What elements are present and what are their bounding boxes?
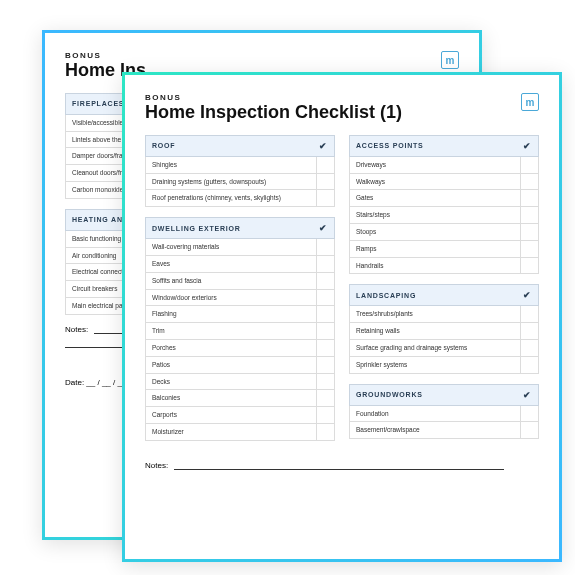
- table-row: Stairs/steps: [349, 207, 539, 224]
- checkbox[interactable]: [520, 357, 538, 373]
- checkbox[interactable]: [316, 424, 334, 440]
- table-row: Ramps: [349, 241, 539, 258]
- notes-label: Notes:: [145, 461, 168, 470]
- checkmark-icon: ✔: [523, 290, 532, 300]
- section-header: DWELLING EXTERIOR ✔: [145, 217, 335, 239]
- table-row: Decks: [145, 374, 335, 391]
- table-row: Walkways: [349, 174, 539, 191]
- section-title: GROUNDWORKS: [356, 391, 423, 398]
- checkbox[interactable]: [316, 157, 334, 173]
- table-row: Foundation: [349, 406, 539, 423]
- section-title: ACCESS POINTS: [356, 142, 424, 149]
- table-row: Soffits and fascia: [145, 273, 335, 290]
- checkmark-icon: ✔: [523, 141, 532, 151]
- table-row: Porches: [145, 340, 335, 357]
- table-row: Moisturizer: [145, 424, 335, 441]
- checkbox[interactable]: [520, 207, 538, 223]
- checkbox[interactable]: [520, 340, 538, 356]
- section-header: GROUNDWORKS ✔: [349, 384, 539, 406]
- checkbox[interactable]: [520, 406, 538, 422]
- checkmark-icon: ✔: [523, 390, 532, 400]
- document-page-front: BONUS Home Inspection Checklist (1) m RO…: [122, 72, 562, 562]
- column-left: ROOF ✔ Shingles Draining systems (gutter…: [145, 135, 335, 451]
- notes-label: Notes:: [65, 325, 88, 334]
- table-row: Patios: [145, 357, 335, 374]
- checkbox[interactable]: [520, 174, 538, 190]
- table-row: Trim: [145, 323, 335, 340]
- table-row: Carports: [145, 407, 335, 424]
- table-row: Sprinkler systems: [349, 357, 539, 374]
- checkbox[interactable]: [520, 190, 538, 206]
- checkbox[interactable]: [316, 239, 334, 255]
- section-dwelling-exterior: DWELLING EXTERIOR ✔ Wall-covering materi…: [145, 217, 335, 441]
- notes-line[interactable]: [174, 462, 504, 470]
- section-title: LANDSCAPING: [356, 292, 416, 299]
- checkmark-icon: ✔: [319, 223, 328, 233]
- section-header: ACCESS POINTS ✔: [349, 135, 539, 157]
- columns: ROOF ✔ Shingles Draining systems (gutter…: [145, 135, 539, 451]
- table-row: Gates: [349, 190, 539, 207]
- table-row: Driveways: [349, 157, 539, 174]
- table-row: Basement/crawlspace: [349, 422, 539, 439]
- checkbox[interactable]: [316, 407, 334, 423]
- checkbox[interactable]: [316, 290, 334, 306]
- checkbox[interactable]: [520, 258, 538, 274]
- checkbox[interactable]: [520, 422, 538, 438]
- logo-icon: m: [441, 51, 459, 69]
- table-row: Surface grading and drainage systems: [349, 340, 539, 357]
- section-title: DWELLING EXTERIOR: [152, 225, 241, 232]
- checkbox[interactable]: [316, 190, 334, 206]
- checkbox[interactable]: [520, 224, 538, 240]
- checkmark-icon: ✔: [319, 141, 328, 151]
- table-row: Roof penetrations (chimney, vents, skyli…: [145, 190, 335, 207]
- section-access-points: ACCESS POINTS ✔ Driveways Walkways Gates…: [349, 135, 539, 275]
- checkbox[interactable]: [316, 340, 334, 356]
- section-header: ROOF ✔: [145, 135, 335, 157]
- checkbox[interactable]: [316, 323, 334, 339]
- checkbox[interactable]: [316, 374, 334, 390]
- section-landscaping: LANDSCAPING ✔ Trees/shrubs/plants Retain…: [349, 284, 539, 373]
- checkbox[interactable]: [520, 306, 538, 322]
- page-title: Home Inspection Checklist (1): [145, 103, 402, 123]
- checkbox[interactable]: [316, 306, 334, 322]
- table-row: Balconies: [145, 390, 335, 407]
- section-title: ROOF: [152, 142, 175, 149]
- header: BONUS Home Inspection Checklist (1) m: [145, 93, 539, 123]
- table-row: Stoops: [349, 224, 539, 241]
- checkbox[interactable]: [316, 390, 334, 406]
- table-row: Retaining walls: [349, 323, 539, 340]
- logo-icon: m: [521, 93, 539, 111]
- table-row: Draining systems (gutters, downspouts): [145, 174, 335, 191]
- table-row: Wall-covering materials: [145, 239, 335, 256]
- table-row: Handrails: [349, 258, 539, 275]
- eyebrow: BONUS: [145, 93, 402, 102]
- checkbox[interactable]: [520, 157, 538, 173]
- checkbox[interactable]: [316, 273, 334, 289]
- eyebrow: BONUS: [65, 51, 146, 60]
- checkbox[interactable]: [316, 256, 334, 272]
- table-row: Shingles: [145, 157, 335, 174]
- checkbox[interactable]: [520, 241, 538, 257]
- section-header: LANDSCAPING ✔: [349, 284, 539, 306]
- table-row: Eaves: [145, 256, 335, 273]
- checkbox[interactable]: [316, 174, 334, 190]
- notes-area: Notes:: [145, 461, 539, 470]
- checkbox[interactable]: [316, 357, 334, 373]
- table-row: Flashing: [145, 306, 335, 323]
- column-right: ACCESS POINTS ✔ Driveways Walkways Gates…: [349, 135, 539, 451]
- checkbox[interactable]: [520, 323, 538, 339]
- section-roof: ROOF ✔ Shingles Draining systems (gutter…: [145, 135, 335, 207]
- table-row: Window/door exteriors: [145, 290, 335, 307]
- table-row: Trees/shrubs/plants: [349, 306, 539, 323]
- section-groundworks: GROUNDWORKS ✔ Foundation Basement/crawls…: [349, 384, 539, 440]
- title-block: BONUS Home Inspection Checklist (1): [145, 93, 402, 123]
